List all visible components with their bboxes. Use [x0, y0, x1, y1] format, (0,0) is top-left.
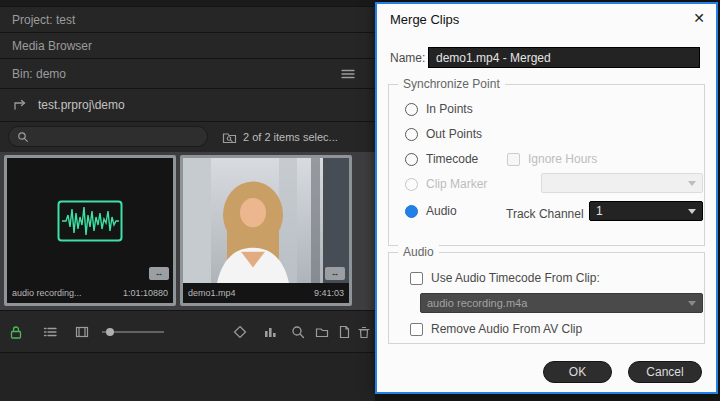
clip-item-video[interactable]: ↔ demo1.mp4 9:41:03	[180, 155, 352, 306]
timecode-clip-value: audio recording.m4a	[427, 297, 527, 309]
radio-row-timecode[interactable]: Timecode	[405, 152, 478, 166]
radio-row-clip-marker: Clip Marker	[405, 177, 487, 191]
name-label: Name:	[390, 51, 425, 65]
radio-row-in-points[interactable]: In Points	[405, 102, 473, 116]
find-icon[interactable]	[290, 324, 306, 340]
track-channel-value: 1	[596, 204, 603, 218]
chevron-down-icon	[688, 181, 696, 186]
screen: Project: test Media Browser Bin: demo te…	[0, 0, 720, 401]
track-channel-label: Track Channel	[506, 207, 584, 221]
sort-icons-icon[interactable]	[232, 324, 248, 340]
top-strip	[0, 0, 375, 7]
remove-audio-checkbox[interactable]	[410, 323, 423, 336]
clip-name: demo1.mp4	[188, 288, 236, 298]
close-icon[interactable]: ✕	[691, 10, 707, 26]
ignore-hours-row: Ignore Hours	[507, 152, 597, 166]
panel-bottom-area	[0, 352, 375, 401]
delete-icon[interactable]	[356, 324, 372, 340]
project-writable-lock-icon[interactable]	[8, 324, 24, 340]
list-view-icon[interactable]	[42, 324, 58, 340]
audio-radio[interactable]	[405, 205, 418, 218]
chevron-down-icon	[688, 301, 696, 306]
clip-badge-icon: ↔	[325, 267, 345, 280]
project-panel: Project: test Media Browser Bin: demo te…	[0, 0, 375, 401]
audio-waveform-icon	[57, 200, 123, 242]
automate-to-sequence-icon[interactable]	[262, 324, 278, 340]
audio-label: Audio	[426, 204, 457, 218]
use-audio-timecode-label: Use Audio Timecode From Clip:	[431, 271, 600, 285]
selection-status: 2 of 2 items selec...	[243, 131, 369, 143]
radio-row-audio[interactable]: Audio	[405, 204, 457, 218]
in-points-radio[interactable]	[405, 103, 418, 116]
clip-label-row: demo1.mp4 9:41:03	[183, 283, 349, 303]
clip-marker-radio	[405, 178, 418, 191]
out-points-radio[interactable]	[405, 128, 418, 141]
track-channel-select[interactable]: 1	[589, 201, 703, 221]
zoom-slider[interactable]	[98, 324, 168, 340]
clip-badge-icon: ↔	[149, 267, 169, 280]
ignore-hours-label: Ignore Hours	[528, 152, 597, 166]
panel-header-bin[interactable]: Bin: demo	[0, 59, 375, 89]
bin-title: Bin: demo	[12, 67, 66, 81]
remove-audio-label: Remove Audio From AV Clip	[431, 322, 582, 336]
timecode-clip-select: audio recording.m4a	[420, 293, 703, 313]
ignore-hours-checkbox	[507, 153, 520, 166]
panel-header-project[interactable]: Project: test	[0, 7, 375, 33]
project-title: Project: test	[12, 13, 75, 27]
use-audio-timecode-checkbox[interactable]	[410, 272, 423, 285]
dialog-title: Merge Clips	[390, 12, 459, 27]
clip-item-audio[interactable]: ↔ audio recording... 1:01:10880	[4, 155, 176, 306]
new-bin-icon[interactable]	[314, 324, 330, 340]
timecode-radio[interactable]	[405, 153, 418, 166]
clip-duration: 1:01:10880	[123, 288, 168, 298]
search-bin-icon[interactable]	[222, 131, 237, 144]
chevron-down-icon	[688, 209, 696, 214]
search-row: 2 of 2 items selec...	[0, 122, 375, 152]
synchronize-point-group: Synchronize Point In Points Out Points T…	[388, 84, 705, 246]
cancel-button[interactable]: Cancel	[628, 361, 702, 383]
search-input[interactable]	[8, 126, 208, 147]
in-points-label: In Points	[426, 102, 473, 116]
synchronize-point-legend: Synchronize Point	[398, 77, 505, 91]
panel-menu-icon[interactable]	[341, 69, 355, 79]
zoom-slider-handle	[106, 328, 114, 336]
breadcrumb[interactable]: test.prproj\demo	[0, 89, 375, 122]
search-icon	[17, 131, 29, 143]
clip-marker-label: Clip Marker	[426, 177, 487, 191]
audio-group: Audio Use Audio Timecode From Clip: audi…	[388, 252, 705, 344]
video-frame-image	[183, 158, 349, 283]
media-browser-title: Media Browser	[12, 39, 92, 53]
use-audio-timecode-row[interactable]: Use Audio Timecode From Clip:	[410, 271, 600, 285]
clip-name: audio recording...	[12, 288, 82, 298]
navigate-up-icon[interactable]	[12, 98, 28, 112]
icon-view-icon[interactable]	[74, 324, 90, 340]
ok-button[interactable]: OK	[543, 361, 612, 383]
merged-clip-name-input[interactable]	[428, 47, 700, 68]
search-text-field[interactable]	[35, 131, 199, 143]
radio-row-out-points[interactable]: Out Points	[405, 127, 482, 141]
clip-marker-select	[541, 173, 703, 193]
remove-audio-row[interactable]: Remove Audio From AV Clip	[410, 322, 582, 336]
bin-path: test.prproj\demo	[38, 98, 125, 112]
audio-group-legend: Audio	[398, 245, 439, 259]
bin-contents: ↔ audio recording... 1:01:10880	[0, 152, 375, 310]
out-points-label: Out Points	[426, 127, 482, 141]
new-item-icon[interactable]	[336, 324, 352, 340]
audio-clip-thumbnail	[7, 158, 173, 283]
panel-header-media-browser[interactable]: Media Browser	[0, 33, 375, 59]
panel-toolbar	[0, 310, 375, 352]
video-clip-thumbnail	[183, 158, 349, 283]
merge-clips-dialog: Merge Clips ✕ Name: Synchronize Point In…	[375, 2, 718, 394]
clip-label-row: audio recording... 1:01:10880	[7, 283, 173, 303]
timecode-label: Timecode	[426, 152, 478, 166]
clip-duration: 9:41:03	[314, 288, 344, 298]
